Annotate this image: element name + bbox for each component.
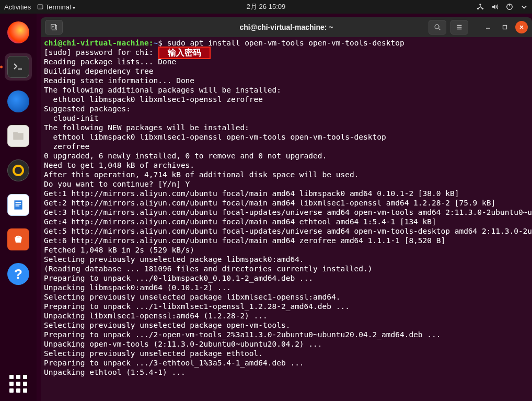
show-applications-button[interactable] xyxy=(9,375,27,393)
dock-thunderbird[interactable] xyxy=(5,88,32,115)
terminal-output[interactable]: chi@chi-virtual-machine:~$ sudo apt inst… xyxy=(41,37,532,401)
svg-rect-8 xyxy=(13,132,18,134)
dock-rhythmbox[interactable] xyxy=(5,157,32,184)
search-button[interactable] xyxy=(429,20,446,35)
svg-rect-1 xyxy=(38,5,43,9)
minimize-button[interactable] xyxy=(482,21,494,33)
maximize-button[interactable] xyxy=(499,21,511,33)
network-icon[interactable] xyxy=(477,3,484,10)
window-title: chi@chi-virtual-machine: ~ xyxy=(240,23,333,31)
clock[interactable]: 2月 26 15:09 xyxy=(247,2,285,12)
annotation-password-hint: 输入密码 xyxy=(158,47,211,59)
dock-help[interactable]: ? xyxy=(5,260,32,288)
dock-libreoffice-writer[interactable] xyxy=(5,191,32,219)
close-button[interactable] xyxy=(515,21,528,33)
svg-rect-11 xyxy=(16,204,21,205)
volume-icon[interactable] xyxy=(491,3,499,10)
svg-rect-9 xyxy=(14,200,22,209)
gnome-top-bar: Activities Terminal 2月 26 15:09 xyxy=(0,0,532,14)
power-icon[interactable] xyxy=(506,3,513,10)
ubuntu-dock: ? xyxy=(0,14,37,401)
svg-rect-6 xyxy=(509,4,510,6)
svg-rect-10 xyxy=(16,202,21,203)
terminal-window: chi@chi-virtual-machine: ~ chi@chi-virtu… xyxy=(41,17,532,401)
dock-ubuntu-software[interactable] xyxy=(5,226,32,253)
hamburger-menu-button[interactable] xyxy=(450,20,468,35)
activities-button[interactable]: Activities xyxy=(4,3,31,11)
svg-point-14 xyxy=(435,25,439,29)
svg-rect-15 xyxy=(503,26,507,29)
dock-firefox[interactable] xyxy=(5,19,32,46)
dock-files[interactable] xyxy=(5,122,32,150)
dock-terminal[interactable] xyxy=(5,53,32,81)
svg-rect-12 xyxy=(16,205,20,207)
system-menu-chevron-icon[interactable] xyxy=(521,3,528,10)
new-tab-button[interactable] xyxy=(45,20,63,35)
titlebar: chi@chi-virtual-machine: ~ xyxy=(41,17,532,37)
svg-point-2 xyxy=(479,4,481,6)
app-menu-terminal[interactable]: Terminal xyxy=(37,3,75,11)
